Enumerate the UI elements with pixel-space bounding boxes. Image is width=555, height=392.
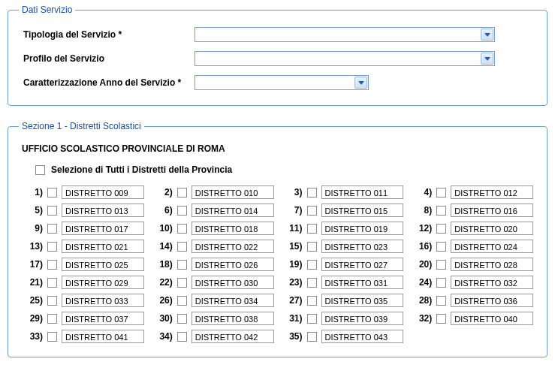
district-index: 14) [152,241,173,252]
district-name-field: DISTRETTO 014 [192,204,274,217]
district-checkbox[interactable] [177,314,187,324]
district-checkbox[interactable] [177,206,187,216]
district-index: 6) [152,205,173,216]
district-name-field: DISTRETTO 021 [62,240,144,253]
district-item: 13)DISTRETTO 021 [22,240,144,253]
district-checkbox[interactable] [47,260,57,270]
district-item: 10)DISTRETTO 018 [152,222,274,235]
district-index: 1) [22,187,43,198]
district-name-field: DISTRETTO 030 [192,276,274,289]
district-name-field: DISTRETTO 036 [451,294,533,307]
district-name-field: DISTRETTO 022 [192,240,274,253]
district-item: 27)DISTRETTO 035 [282,294,404,307]
district-checkbox[interactable] [177,260,187,270]
district-item: 9)DISTRETTO 017 [22,222,144,235]
district-index: 22) [152,277,173,288]
district-checkbox[interactable] [436,296,446,306]
district-index: 17) [22,259,43,270]
district-checkbox[interactable] [47,242,57,252]
select-all-label: Selezione di Tutti i Distretti della Pro… [51,164,232,175]
district-item: 23)DISTRETTO 031 [282,276,404,289]
district-item: 32)DISTRETTO 040 [411,312,533,325]
district-index: 5) [22,205,43,216]
district-item: 15)DISTRETTO 023 [282,240,404,253]
tipologia-label: Tipologia del Servizio * [19,23,190,47]
district-checkbox[interactable] [47,296,57,306]
district-checkbox[interactable] [436,260,446,270]
district-name-field: DISTRETTO 019 [321,222,404,235]
district-checkbox[interactable] [47,206,57,216]
district-checkbox[interactable] [177,224,187,234]
chevron-down-icon [354,77,367,89]
district-checkbox[interactable] [177,296,187,306]
district-index: 26) [152,295,173,306]
district-checkbox[interactable] [307,260,317,270]
anno-select[interactable] [195,75,369,90]
district-index: 12) [411,223,432,234]
district-name-field: DISTRETTO 023 [321,240,404,253]
district-item: 34)DISTRETTO 042 [152,330,274,343]
district-checkbox[interactable] [177,332,187,342]
district-checkbox[interactable] [436,314,446,324]
district-item: 18)DISTRETTO 026 [152,258,274,271]
district-checkbox[interactable] [307,188,317,198]
district-name-field: DISTRETTO 011 [321,185,404,199]
district-checkbox[interactable] [436,242,446,252]
district-checkbox[interactable] [177,188,187,198]
district-checkbox[interactable] [307,332,317,342]
district-checkbox[interactable] [307,242,317,252]
profilo-select[interactable] [195,51,495,66]
district-item: 26)DISTRETTO 034 [152,294,274,307]
district-name-field: DISTRETTO 043 [321,330,404,343]
district-name-field: DISTRETTO 042 [192,330,274,343]
district-item: 11)DISTRETTO 019 [282,222,404,235]
district-item: 12)DISTRETTO 020 [411,222,533,235]
district-index: 31) [282,313,303,324]
district-index: 33) [22,331,43,342]
district-index: 29) [22,313,43,324]
dati-servizio-legend: Dati Servizio [19,5,75,15]
district-name-field: DISTRETTO 034 [192,294,274,307]
district-name-field: DISTRETTO 015 [321,204,404,217]
district-name-field: DISTRETTO 040 [451,312,533,325]
district-index: 34) [152,331,173,342]
district-checkbox[interactable] [436,224,446,234]
district-index: 3) [282,187,303,198]
district-checkbox[interactable] [47,314,57,324]
district-checkbox[interactable] [307,296,317,306]
district-checkbox[interactable] [307,224,317,234]
district-checkbox[interactable] [307,314,317,324]
select-all-checkbox[interactable] [35,165,45,175]
district-name-field: DISTRETTO 037 [62,312,144,325]
district-name-field: DISTRETTO 027 [321,258,404,271]
chevron-down-icon [481,29,493,41]
tipologia-select[interactable] [195,27,495,42]
district-name-field: DISTRETTO 038 [192,312,274,325]
district-name-field: DISTRETTO 009 [62,185,144,199]
chevron-down-icon [481,53,493,65]
district-checkbox[interactable] [177,242,187,252]
district-name-field: DISTRETTO 025 [62,258,144,271]
district-name-field: DISTRETTO 041 [62,330,144,343]
district-index: 11) [282,223,303,234]
district-item: 4)DISTRETTO 012 [411,185,533,199]
district-checkbox[interactable] [436,278,446,288]
district-item: 30)DISTRETTO 038 [152,312,274,325]
district-checkbox[interactable] [307,206,317,216]
district-name-field: DISTRETTO 016 [451,204,533,217]
district-index: 2) [152,187,173,198]
district-checkbox[interactable] [436,206,446,216]
district-checkbox[interactable] [47,278,57,288]
district-checkbox[interactable] [307,278,317,288]
district-name-field: DISTRETTO 033 [62,294,144,307]
district-name-field: DISTRETTO 039 [321,312,404,325]
district-name-field: DISTRETTO 013 [62,204,144,217]
district-checkbox[interactable] [436,188,446,198]
district-index: 7) [282,205,303,216]
district-checkbox[interactable] [47,188,57,198]
district-checkbox[interactable] [177,278,187,288]
district-name-field: DISTRETTO 024 [451,240,533,253]
district-item: 22)DISTRETTO 030 [152,276,274,289]
district-checkbox[interactable] [47,332,57,342]
district-checkbox[interactable] [47,224,57,234]
